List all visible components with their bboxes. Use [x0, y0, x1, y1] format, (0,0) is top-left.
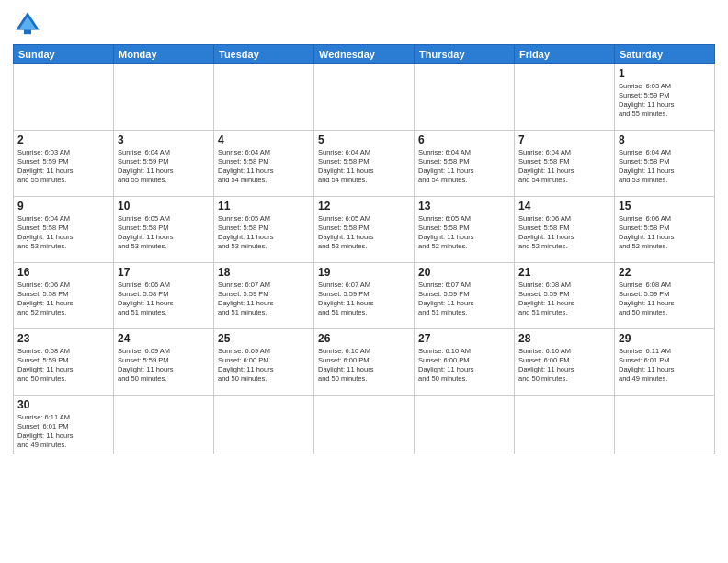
day-number: 1: [619, 67, 711, 80]
calendar-cell: [515, 64, 615, 131]
calendar-cell: 25Sunrise: 6:09 AM Sunset: 6:00 PM Dayli…: [214, 329, 314, 396]
calendar-week-1: 2Sunrise: 6:03 AM Sunset: 5:59 PM Daylig…: [14, 131, 715, 197]
calendar-cell: 12Sunrise: 6:05 AM Sunset: 5:58 PM Dayli…: [314, 197, 415, 263]
day-number: 24: [118, 332, 210, 345]
calendar-cell: 21Sunrise: 6:08 AM Sunset: 5:59 PM Dayli…: [515, 263, 615, 329]
day-info: Sunrise: 6:10 AM Sunset: 6:00 PM Dayligh…: [318, 347, 410, 385]
day-info: Sunrise: 6:06 AM Sunset: 5:58 PM Dayligh…: [118, 281, 210, 318]
calendar-cell: 9Sunrise: 6:04 AM Sunset: 5:58 PM Daylig…: [14, 197, 114, 263]
day-number: 26: [318, 332, 410, 345]
calendar-week-3: 16Sunrise: 6:06 AM Sunset: 5:58 PM Dayli…: [14, 263, 715, 329]
calendar-cell: 14Sunrise: 6:06 AM Sunset: 5:58 PM Dayli…: [515, 197, 615, 263]
svg-rect-2: [24, 29, 31, 34]
day-info: Sunrise: 6:11 AM Sunset: 6:01 PM Dayligh…: [17, 413, 109, 451]
calendar-cell: [214, 396, 314, 454]
day-number: 13: [418, 200, 510, 213]
calendar-cell: [114, 396, 214, 454]
calendar-table: SundayMondayTuesdayWednesdayThursdayFrid…: [13, 44, 715, 454]
calendar-cell: 4Sunrise: 6:04 AM Sunset: 5:58 PM Daylig…: [214, 131, 314, 197]
day-info: Sunrise: 6:07 AM Sunset: 5:59 PM Dayligh…: [218, 281, 310, 318]
day-number: 8: [619, 133, 711, 146]
calendar-cell: 27Sunrise: 6:10 AM Sunset: 6:00 PM Dayli…: [415, 329, 515, 396]
day-number: 7: [518, 133, 610, 146]
calendar-cell: 28Sunrise: 6:10 AM Sunset: 6:00 PM Dayli…: [515, 329, 615, 396]
day-info: Sunrise: 6:03 AM Sunset: 5:59 PM Dayligh…: [17, 148, 109, 186]
calendar-cell: 24Sunrise: 6:09 AM Sunset: 5:59 PM Dayli…: [114, 329, 214, 396]
day-number: 15: [619, 200, 711, 213]
calendar-cell: 7Sunrise: 6:04 AM Sunset: 5:58 PM Daylig…: [515, 131, 615, 197]
calendar-header-row: SundayMondayTuesdayWednesdayThursdayFrid…: [14, 45, 715, 64]
calendar-cell: 8Sunrise: 6:04 AM Sunset: 5:58 PM Daylig…: [615, 131, 715, 197]
day-number: 29: [619, 332, 711, 345]
logo: [13, 9, 46, 39]
day-info: Sunrise: 6:06 AM Sunset: 5:58 PM Dayligh…: [518, 214, 610, 252]
col-header-saturday: Saturday: [615, 45, 715, 64]
day-number: 28: [518, 332, 610, 345]
calendar-week-4: 23Sunrise: 6:08 AM Sunset: 5:59 PM Dayli…: [14, 329, 715, 396]
calendar-cell: 22Sunrise: 6:08 AM Sunset: 5:59 PM Dayli…: [615, 263, 715, 329]
calendar-week-2: 9Sunrise: 6:04 AM Sunset: 5:58 PM Daylig…: [14, 197, 715, 263]
calendar-cell: [415, 64, 515, 131]
day-info: Sunrise: 6:08 AM Sunset: 5:59 PM Dayligh…: [619, 281, 711, 318]
calendar-cell: 15Sunrise: 6:06 AM Sunset: 5:58 PM Dayli…: [615, 197, 715, 263]
calendar-cell: [214, 64, 314, 131]
day-number: 30: [17, 398, 109, 411]
day-info: Sunrise: 6:05 AM Sunset: 5:58 PM Dayligh…: [118, 214, 210, 252]
col-header-friday: Friday: [515, 45, 615, 64]
calendar-cell: 20Sunrise: 6:07 AM Sunset: 5:59 PM Dayli…: [415, 263, 515, 329]
day-info: Sunrise: 6:10 AM Sunset: 6:00 PM Dayligh…: [518, 347, 610, 385]
col-header-sunday: Sunday: [14, 45, 114, 64]
calendar-cell: 26Sunrise: 6:10 AM Sunset: 6:00 PM Dayli…: [314, 329, 415, 396]
day-number: 20: [418, 266, 510, 279]
page: SundayMondayTuesdayWednesdayThursdayFrid…: [0, 0, 728, 563]
calendar-cell: [314, 64, 415, 131]
calendar-week-5: 30Sunrise: 6:11 AM Sunset: 6:01 PM Dayli…: [14, 396, 715, 454]
day-number: 18: [218, 266, 310, 279]
col-header-wednesday: Wednesday: [314, 45, 415, 64]
day-number: 22: [619, 266, 711, 279]
col-header-tuesday: Tuesday: [214, 45, 314, 64]
day-number: 9: [17, 200, 109, 213]
day-info: Sunrise: 6:10 AM Sunset: 6:00 PM Dayligh…: [418, 347, 510, 385]
day-info: Sunrise: 6:08 AM Sunset: 5:59 PM Dayligh…: [518, 281, 610, 318]
day-info: Sunrise: 6:04 AM Sunset: 5:58 PM Dayligh…: [318, 148, 410, 186]
calendar-cell: 1Sunrise: 6:03 AM Sunset: 5:59 PM Daylig…: [615, 64, 715, 131]
calendar-cell: 30Sunrise: 6:11 AM Sunset: 6:01 PM Dayli…: [14, 396, 114, 454]
calendar-week-0: 1Sunrise: 6:03 AM Sunset: 5:59 PM Daylig…: [14, 64, 715, 131]
day-number: 21: [518, 266, 610, 279]
header: [13, 9, 715, 39]
day-info: Sunrise: 6:04 AM Sunset: 5:58 PM Dayligh…: [17, 214, 109, 252]
calendar-cell: 29Sunrise: 6:11 AM Sunset: 6:01 PM Dayli…: [615, 329, 715, 396]
calendar-cell: 6Sunrise: 6:04 AM Sunset: 5:58 PM Daylig…: [415, 131, 515, 197]
day-info: Sunrise: 6:04 AM Sunset: 5:58 PM Dayligh…: [418, 148, 510, 186]
day-info: Sunrise: 6:06 AM Sunset: 5:58 PM Dayligh…: [17, 281, 109, 318]
col-header-monday: Monday: [114, 45, 214, 64]
calendar-cell: 19Sunrise: 6:07 AM Sunset: 5:59 PM Dayli…: [314, 263, 415, 329]
day-info: Sunrise: 6:08 AM Sunset: 5:59 PM Dayligh…: [17, 347, 109, 385]
day-number: 27: [418, 332, 510, 345]
calendar-cell: 11Sunrise: 6:05 AM Sunset: 5:58 PM Dayli…: [214, 197, 314, 263]
day-info: Sunrise: 6:04 AM Sunset: 5:58 PM Dayligh…: [218, 148, 310, 186]
day-info: Sunrise: 6:04 AM Sunset: 5:58 PM Dayligh…: [518, 148, 610, 186]
day-info: Sunrise: 6:05 AM Sunset: 5:58 PM Dayligh…: [218, 214, 310, 252]
day-number: 25: [218, 332, 310, 345]
logo-icon: [13, 9, 42, 39]
day-info: Sunrise: 6:11 AM Sunset: 6:01 PM Dayligh…: [619, 347, 711, 385]
day-info: Sunrise: 6:05 AM Sunset: 5:58 PM Dayligh…: [418, 214, 510, 252]
day-info: Sunrise: 6:03 AM Sunset: 5:59 PM Dayligh…: [619, 82, 711, 120]
calendar-cell: 23Sunrise: 6:08 AM Sunset: 5:59 PM Dayli…: [14, 329, 114, 396]
calendar-cell: [415, 396, 515, 454]
calendar-cell: 3Sunrise: 6:04 AM Sunset: 5:59 PM Daylig…: [114, 131, 214, 197]
calendar-cell: 16Sunrise: 6:06 AM Sunset: 5:58 PM Dayli…: [14, 263, 114, 329]
day-info: Sunrise: 6:04 AM Sunset: 5:58 PM Dayligh…: [619, 148, 711, 186]
day-info: Sunrise: 6:05 AM Sunset: 5:58 PM Dayligh…: [318, 214, 410, 252]
calendar-cell: 10Sunrise: 6:05 AM Sunset: 5:58 PM Dayli…: [114, 197, 214, 263]
calendar-cell: 13Sunrise: 6:05 AM Sunset: 5:58 PM Dayli…: [415, 197, 515, 263]
day-number: 11: [218, 200, 310, 213]
day-number: 23: [17, 332, 109, 345]
day-number: 6: [418, 133, 510, 146]
day-info: Sunrise: 6:07 AM Sunset: 5:59 PM Dayligh…: [318, 281, 410, 318]
day-number: 19: [318, 266, 410, 279]
day-number: 4: [218, 133, 310, 146]
calendar-cell: [615, 396, 715, 454]
